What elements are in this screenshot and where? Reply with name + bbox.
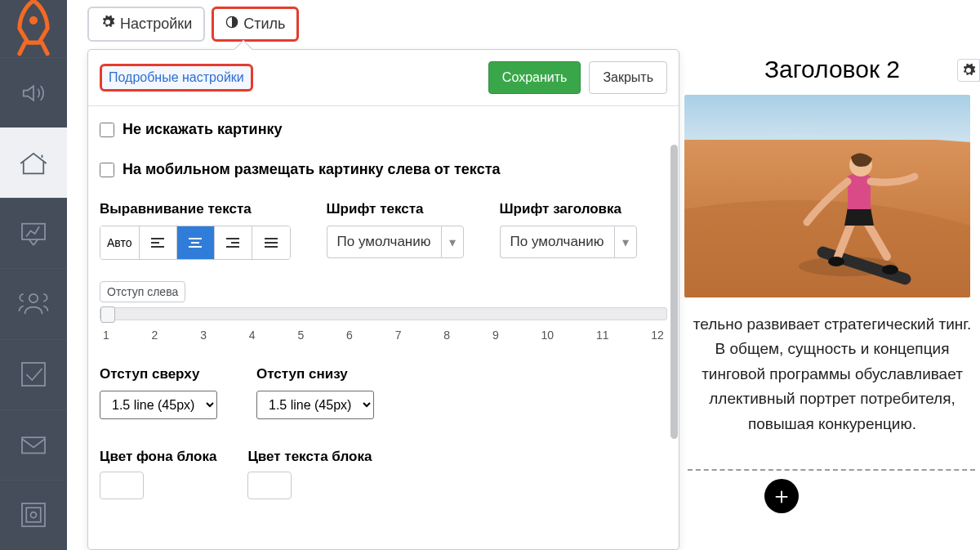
tab-style[interactable]: Стиль	[212, 7, 299, 42]
svg-point-0	[29, 16, 38, 25]
preview-heading: Заголовок 2	[684, 56, 980, 83]
tick: 1	[103, 329, 109, 342]
tick: 11	[596, 329, 609, 342]
tab-settings[interactable]: Настройки	[87, 7, 205, 42]
font-text-value: По умолчанию	[327, 226, 441, 258]
align-left[interactable]	[140, 226, 177, 259]
svg-rect-5	[22, 503, 45, 526]
align-center[interactable]	[177, 226, 215, 259]
pad-bottom-label: Отступ снизу	[256, 366, 374, 382]
sidebar-item-presentation[interactable]	[0, 198, 67, 268]
align-right[interactable]	[215, 226, 252, 259]
logo-rocket[interactable]	[0, 0, 67, 57]
plus-icon: ＋	[770, 481, 793, 512]
svg-rect-4	[22, 438, 45, 454]
padding-left-label: Отступ слева	[100, 281, 185, 302]
sidebar-item-users[interactable]	[0, 268, 67, 338]
tick: 5	[297, 329, 304, 342]
font-text-group: Шрифт текста По умолчанию ▾	[327, 201, 464, 260]
tick: 7	[395, 329, 402, 342]
pad-bottom-select[interactable]: 1.5 line (45px)	[256, 391, 374, 419]
add-section-button[interactable]: ＋	[764, 479, 799, 513]
slider-ticks: 1 2 3 4 5 6 7 8 9 10 11 12	[100, 320, 667, 342]
pad-bottom-group: Отступ снизу 1.5 line (45px)	[256, 366, 374, 419]
sidebar-item-sound[interactable]	[0, 57, 67, 127]
font-text-select[interactable]: По умолчанию ▾	[327, 226, 464, 258]
align-buttons: Авто	[100, 226, 291, 260]
tick: 9	[492, 329, 499, 342]
font-heading-label: Шрифт заголовка	[500, 201, 637, 217]
save-button[interactable]: Сохранить	[488, 61, 581, 94]
pad-top-label: Отступ сверху	[100, 366, 217, 382]
sidebar-item-check[interactable]	[0, 339, 67, 409]
align-right-icon	[225, 237, 240, 248]
tick: 3	[200, 329, 207, 342]
tick: 8	[443, 329, 450, 342]
font-text-label: Шрифт текста	[327, 201, 464, 217]
slider-thumb[interactable]	[100, 306, 115, 323]
tick: 4	[249, 329, 256, 342]
align-justify-icon	[264, 237, 278, 248]
panel-scrollbar[interactable]	[670, 145, 678, 496]
gear-icon	[100, 15, 115, 34]
section-divider	[688, 469, 975, 471]
preview-body: тельно развивает стратегический тинг. В …	[684, 312, 980, 436]
tab-style-label: Стиль	[243, 16, 285, 33]
checkbox-mobile-left[interactable]	[100, 163, 114, 177]
align-center-icon	[188, 237, 203, 248]
label-no-distort: Не искажать картинку	[122, 121, 283, 138]
font-heading-value: По умолчанию	[500, 226, 614, 258]
bg-color-swatch[interactable]	[100, 472, 144, 499]
text-color-swatch[interactable]	[247, 472, 292, 499]
sidebar-item-safe[interactable]	[0, 480, 67, 550]
top-tabs: Настройки Стиль	[87, 7, 299, 42]
align-justify[interactable]	[252, 226, 290, 259]
svg-point-14	[828, 257, 844, 266]
close-button[interactable]: Закрыть	[589, 61, 667, 94]
sidebar-item-home[interactable]	[0, 127, 67, 198]
sidebar-item-mail[interactable]	[0, 409, 67, 480]
detailed-settings-link[interactable]: Подробные настройки	[100, 64, 253, 92]
svg-rect-6	[26, 508, 41, 523]
text-color-label: Цвет текста блока	[247, 449, 372, 465]
svg-point-2	[29, 294, 38, 303]
panel-header: Подробные настройки Сохранить Закрыть	[88, 50, 679, 106]
svg-point-7	[31, 512, 37, 518]
tick: 6	[346, 329, 353, 342]
font-heading-select[interactable]: По умолчанию ▾	[500, 226, 637, 258]
preview-column: Заголовок 2	[684, 56, 980, 436]
pad-top-select[interactable]: 1.5 line (45px)	[100, 391, 217, 419]
align-auto[interactable]: Авто	[100, 226, 140, 259]
svg-point-15	[882, 265, 898, 275]
tick: 10	[541, 329, 554, 342]
svg-rect-1	[22, 224, 45, 239]
padding-left-slider: Отступ слева 1 2 3 4 5 6 7 8 9 10 11 12	[100, 281, 667, 342]
font-heading-group: Шрифт заголовка По умолчанию ▾	[500, 201, 637, 260]
align-left-icon	[150, 237, 165, 248]
tick: 12	[651, 329, 664, 342]
text-color-group: Цвет текста блока	[247, 449, 372, 499]
text-align-label: Выравнивание текста	[100, 201, 291, 217]
tick: 2	[152, 329, 158, 342]
label-mobile-left: На мобильном размещать картинку слева от…	[122, 161, 500, 178]
style-panel: Подробные настройки Сохранить Закрыть Не…	[87, 49, 679, 550]
left-sidebar	[0, 0, 67, 550]
text-align-group: Выравнивание текста Авто	[100, 201, 291, 260]
chevron-down-icon[interactable]: ▾	[441, 226, 464, 258]
pad-top-group: Отступ сверху 1.5 line (45px)	[100, 366, 217, 419]
checkbox-no-distort[interactable]	[100, 123, 114, 137]
contrast-icon	[225, 16, 238, 33]
panel-body: Не искажать картинку На мобильном размещ…	[88, 106, 679, 548]
preview-image	[684, 95, 970, 297]
slider-track[interactable]	[100, 307, 667, 320]
svg-rect-3	[22, 363, 45, 386]
chevron-down-icon[interactable]: ▾	[614, 226, 637, 258]
bg-color-group: Цвет фона блока	[100, 449, 216, 499]
row-mobile-left: На мобильном размещать картинку слева от…	[100, 161, 667, 178]
row-no-distort: Не искажать картинку	[100, 121, 667, 138]
tab-settings-label: Настройки	[120, 16, 192, 33]
bg-color-label: Цвет фона блока	[100, 449, 216, 465]
